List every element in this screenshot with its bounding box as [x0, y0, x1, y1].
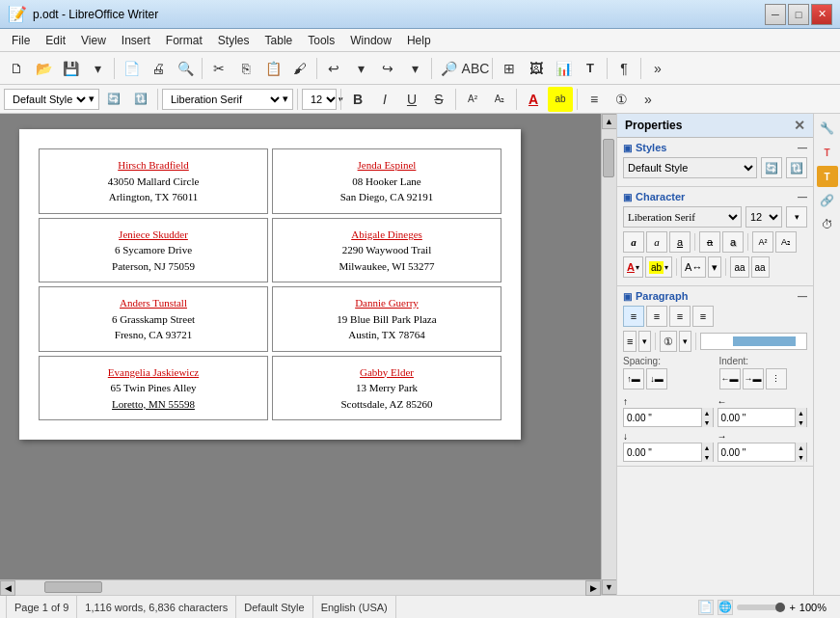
pdf-button[interactable]: 📄 — [119, 56, 144, 81]
print-button[interactable]: 🖨 — [146, 56, 171, 81]
zoom-thumb[interactable] — [775, 603, 785, 612]
find-button[interactable]: 🔎 — [436, 56, 461, 81]
character-section-collapse[interactable]: — — [798, 192, 807, 202]
italic-button[interactable]: I — [372, 87, 397, 112]
h-scroll-track[interactable] — [15, 580, 585, 595]
scroll-track[interactable] — [602, 129, 616, 579]
new-button[interactable]: 🗋 — [4, 56, 29, 81]
zoom-slider[interactable] — [737, 605, 785, 610]
style-btn2[interactable]: 🔃 — [128, 87, 153, 112]
fontcolor-button[interactable]: A — [521, 87, 546, 112]
font-dropdown[interactable]: Liberation Serif — [167, 93, 283, 106]
num-dropdown-btn[interactable]: ▾ — [679, 331, 691, 352]
scroll-thumb[interactable] — [603, 139, 614, 177]
style-dropdown[interactable]: Default Style — [9, 93, 89, 106]
char-strike-btn[interactable]: a — [699, 231, 720, 253]
indent-after-spin-up[interactable]: ▲ — [795, 443, 806, 452]
char-spacing-btn[interactable]: A↔ — [681, 256, 706, 278]
spellcheck-button[interactable]: ABC — [463, 56, 488, 81]
indent-before-spinbox-input[interactable]: ▲ ▼ — [718, 408, 808, 427]
strikethrough-button[interactable]: S — [426, 87, 451, 112]
view-web-btn[interactable]: 🌐 — [718, 600, 733, 615]
below-input[interactable] — [624, 447, 701, 458]
menu-format[interactable]: Format — [158, 32, 210, 49]
indent-before-input[interactable] — [718, 413, 796, 423]
indent-before-spin-up[interactable]: ▲ — [795, 408, 806, 417]
num-list-btn[interactable]: ① — [660, 331, 677, 352]
char-underline-btn[interactable]: a — [669, 231, 691, 253]
menu-insert[interactable]: Insert — [114, 32, 158, 49]
align-center-btn[interactable]: ≡ — [646, 306, 667, 327]
textbox-button[interactable]: T — [578, 56, 603, 81]
open-button[interactable]: 📂 — [31, 56, 56, 81]
undo-button[interactable]: ↩ — [321, 56, 346, 81]
panel-close-button[interactable]: ✕ — [794, 118, 805, 133]
icon-bar-btn3[interactable]: T — [817, 166, 838, 187]
paste-button[interactable]: 📋 — [260, 56, 285, 81]
h-scroll-right[interactable]: ▶ — [585, 580, 601, 596]
space-above-btn[interactable]: ↑▬ — [623, 368, 644, 390]
styles-section-collapse[interactable]: — — [798, 143, 807, 153]
list-button[interactable]: ≡ — [582, 87, 607, 112]
redo-button[interactable]: ↪ — [375, 56, 400, 81]
char-kern-btn[interactable]: ▾ — [708, 256, 721, 278]
icon-bar-btn5[interactable]: ⏱ — [817, 214, 838, 235]
toolbar-more[interactable]: » — [645, 56, 670, 81]
indent-after-spinbox-input[interactable]: ▲ ▼ — [718, 443, 808, 462]
save-dropdown[interactable]: ▾ — [85, 56, 110, 81]
menu-edit[interactable]: Edit — [38, 32, 73, 49]
fontcolor-btn[interactable]: A ▾ — [623, 256, 643, 278]
underline-button[interactable]: U — [399, 87, 424, 112]
style-selector[interactable]: Default Style ▾ — [4, 89, 99, 110]
table-button[interactable]: ⊞ — [497, 56, 522, 81]
style-apply-btn[interactable]: 🔃 — [786, 157, 807, 178]
image-button[interactable]: 🖼 — [524, 56, 549, 81]
redo-dropdown[interactable]: ▾ — [402, 56, 427, 81]
font-size-dropdown[interactable]: 12 — [307, 93, 339, 106]
maximize-button[interactable]: □ — [788, 4, 809, 25]
icon-bar-btn4[interactable]: 🔗 — [817, 190, 838, 211]
cut-button[interactable]: ✂ — [206, 56, 231, 81]
char-bold-btn[interactable]: a — [623, 231, 644, 253]
list-btn[interactable]: ≡ — [623, 331, 637, 352]
numlist-button[interactable]: ① — [609, 87, 634, 112]
below-spin-down[interactable]: ▼ — [701, 452, 713, 462]
menu-file[interactable]: File — [4, 32, 38, 49]
font-size-box[interactable]: 12 ▾ — [302, 89, 337, 110]
style-refresh-btn[interactable]: 🔄 — [761, 157, 782, 178]
list-dropdown-btn[interactable]: ▾ — [638, 331, 651, 352]
char-sub-btn[interactable]: A₂ — [775, 231, 797, 253]
bold-button[interactable]: B — [345, 87, 370, 112]
scroll-down[interactable]: ▼ — [602, 579, 617, 595]
char-font-dropdown[interactable]: Liberation Serif — [623, 206, 742, 228]
above-spin-down[interactable]: ▼ — [701, 417, 713, 427]
copy-button[interactable]: ⎘ — [233, 56, 258, 81]
space-below-btn[interactable]: ↓▬ — [646, 368, 667, 390]
style-btn1[interactable]: 🔄 — [101, 87, 126, 112]
below-spinbox-input[interactable]: ▲ ▼ — [623, 443, 714, 462]
h-scroll-thumb[interactable] — [44, 581, 102, 593]
highlight-btn[interactable]: ab ▾ — [645, 256, 672, 278]
menu-table[interactable]: Table — [257, 32, 301, 49]
menu-styles[interactable]: Styles — [210, 32, 257, 49]
menu-help[interactable]: Help — [399, 32, 439, 49]
para-section-collapse[interactable]: — — [798, 291, 807, 302]
minimize-button[interactable]: ─ — [765, 4, 786, 25]
size-up-btn[interactable]: ▾ — [786, 206, 807, 228]
paragraph-header[interactable]: ▣ Paragraph — — [623, 290, 807, 302]
toolbar2-more[interactable]: » — [636, 87, 661, 112]
indent-before-spin-down[interactable]: ▼ — [795, 417, 806, 427]
view-normal-btn[interactable]: 📄 — [698, 600, 714, 615]
below-spin-up[interactable]: ▲ — [701, 443, 713, 452]
char-aa2-btn[interactable]: aa — [751, 256, 770, 278]
menu-tools[interactable]: Tools — [300, 32, 342, 49]
style-select-dropdown[interactable]: Default Style — [623, 157, 757, 178]
format-paintbrush[interactable]: 🖌 — [287, 56, 312, 81]
indent-after-input[interactable] — [718, 447, 796, 458]
scroll-up[interactable]: ▲ — [602, 114, 617, 129]
undo-dropdown[interactable]: ▾ — [348, 56, 373, 81]
align-left-btn[interactable]: ≡ — [623, 306, 644, 327]
align-justify-btn[interactable]: ≡ — [692, 306, 714, 327]
styles-header[interactable]: ▣ Styles — — [623, 142, 807, 153]
character-header[interactable]: ▣ Character — — [623, 191, 807, 202]
